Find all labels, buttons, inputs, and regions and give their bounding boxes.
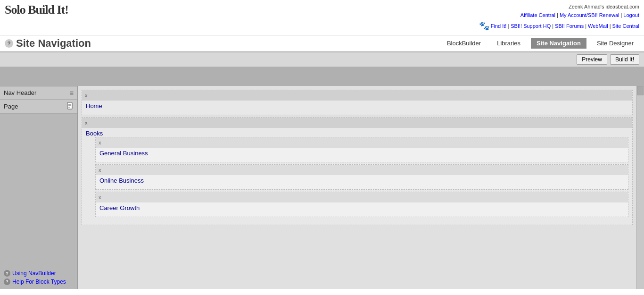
preview-button[interactable]: Preview — [577, 54, 607, 65]
top-links-row1: Affiliate Central | My Account/SBI! Rene… — [479, 11, 639, 20]
main-area: Nav Header ≡ Page ? Using NavBuilder — [0, 86, 644, 289]
page-title-area: ? Site Navigation — [5, 37, 91, 50]
top-bar: Solo Build It! Zeerik Ahmad's ideasbeat.… — [0, 0, 644, 35]
general-business-body: General Business — [96, 148, 628, 162]
nav-item-online-business: x Online Business — [95, 164, 628, 190]
nav-item-home-body: Home — [82, 101, 632, 115]
using-navbuilder-link[interactable]: ? Using NavBuilder — [4, 270, 74, 277]
find-it-link[interactable]: Find It! — [491, 22, 507, 31]
career-growth-header: x — [96, 192, 628, 202]
online-business-header: x — [96, 165, 628, 175]
books-link[interactable]: Books — [86, 130, 103, 137]
logout-link[interactable]: Logout — [623, 11, 639, 20]
nav-header-icon: ≡ — [70, 89, 74, 97]
mascot-icon: 🐾 — [479, 19, 489, 33]
help-circle-icon: ? — [4, 270, 10, 277]
general-business-close-icon[interactable]: x — [99, 140, 101, 145]
online-business-body: Online Business — [96, 175, 628, 189]
tab-libraries[interactable]: Libraries — [491, 38, 526, 49]
tab-blockbuilder[interactable]: BlockBuilder — [441, 38, 487, 49]
nav-item-books-body: Books x General Business — [82, 128, 632, 225]
forums-link[interactable]: SBI! Forums — [555, 22, 584, 31]
nav-item-home-header: x — [82, 90, 632, 101]
build-it-button[interactable]: Build It! — [610, 54, 639, 65]
books-sub-items: x General Business x Online Business — [95, 137, 628, 221]
support-hq-link[interactable]: SBI!! Support HQ — [511, 22, 551, 31]
affiliate-central-link[interactable]: Affiliate Central — [520, 11, 555, 20]
sidebar-nav-items: Nav Header ≡ Page — [0, 86, 77, 115]
tab-site-navigation[interactable]: Site Navigation — [531, 38, 586, 49]
career-growth-link[interactable]: Career Growth — [99, 204, 140, 211]
my-account-link[interactable]: My Account/SBI! Renewal — [560, 11, 619, 20]
scrollbar-track[interactable] — [636, 86, 644, 289]
career-growth-body: Career Growth — [96, 202, 628, 217]
scrollbar-thumb[interactable] — [637, 86, 644, 95]
tab-site-designer[interactable]: Site Designer — [591, 38, 639, 49]
logo: Solo Build It! — [5, 3, 68, 17]
top-right-area: Zeerik Ahmad's ideasbeat.com Affiliate C… — [479, 3, 639, 33]
gray-divider — [0, 67, 644, 86]
nav-item-general-business: x General Business — [95, 137, 628, 162]
content-area[interactable]: x Home x Books x — [78, 86, 636, 289]
toolbar: Preview Build It! — [0, 52, 644, 67]
help-icon[interactable]: ? — [5, 39, 13, 48]
nav-tabs: BlockBuilder Libraries Site Navigation S… — [441, 38, 639, 49]
webmail-link[interactable]: WebMail — [588, 22, 608, 31]
nav-bar: ? Site Navigation BlockBuilder Libraries… — [0, 35, 644, 52]
online-business-close-icon[interactable]: x — [99, 167, 101, 173]
home-link[interactable]: Home — [86, 102, 102, 110]
top-links-row2: 🐾 Find It! | SBI!! Support HQ | SBI! For… — [479, 19, 639, 33]
home-close-icon[interactable]: x — [85, 93, 88, 98]
sidebar-item-nav-header[interactable]: Nav Header ≡ — [0, 87, 77, 100]
page-icon — [67, 102, 74, 111]
nav-item-books: x Books x General Business — [82, 117, 633, 225]
sidebar-item-page[interactable]: Page — [0, 100, 77, 114]
general-business-header: x — [96, 137, 628, 148]
general-business-link[interactable]: General Business — [99, 150, 148, 157]
sidebar: Nav Header ≡ Page ? Using NavBuilder — [0, 86, 78, 289]
books-close-icon[interactable]: x — [85, 120, 88, 126]
nav-item-career-growth: x Career Growth — [95, 192, 628, 217]
online-business-link[interactable]: Online Business — [99, 177, 144, 184]
page-title: Site Navigation — [16, 37, 91, 50]
help-circle-icon-2: ? — [4, 278, 10, 285]
help-block-types-link[interactable]: ? Help For Block Types — [4, 278, 74, 285]
nav-item-books-header: x — [82, 118, 632, 128]
nav-item-home: x Home — [82, 90, 633, 115]
site-central-link[interactable]: Site Central — [612, 22, 639, 31]
career-growth-close-icon[interactable]: x — [99, 194, 101, 200]
user-info: Zeerik Ahmad's ideasbeat.com — [479, 3, 639, 11]
sidebar-bottom: ? Using NavBuilder ? Help For Block Type… — [0, 266, 77, 289]
